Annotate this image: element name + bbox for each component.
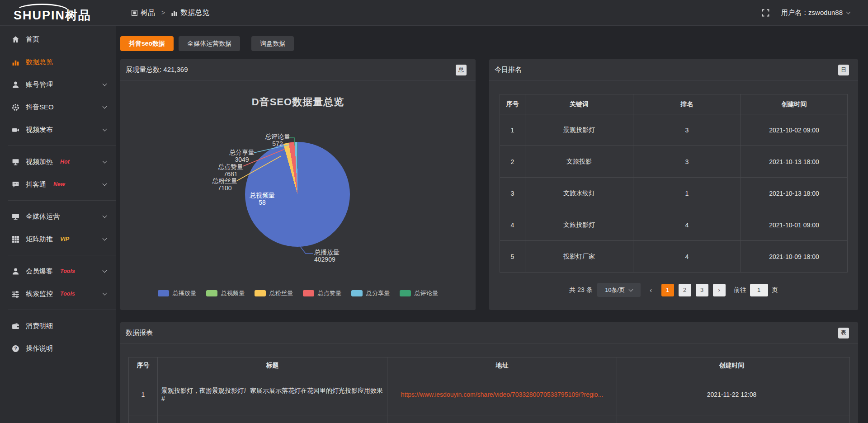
sidebar-divider bbox=[8, 255, 116, 255]
bar-chart-icon bbox=[171, 10, 177, 16]
report-title: 数据报表 bbox=[126, 329, 153, 337]
pie-label-likes: 总点赞量 7681 bbox=[208, 163, 253, 178]
screen-play-icon bbox=[12, 158, 19, 166]
video-link[interactable]: https://www.iesdouyin.com/share/video/70… bbox=[401, 391, 604, 398]
sidebar-item-help[interactable]: ? 操作说明 bbox=[0, 337, 116, 360]
legend-item-comments[interactable]: 总评论量 bbox=[400, 289, 438, 297]
breadcrumb-current[interactable]: 数据总览 bbox=[171, 8, 209, 18]
new-badge: New bbox=[53, 181, 65, 188]
bar-chart-icon bbox=[12, 58, 19, 66]
tools-badge: Tools bbox=[60, 268, 75, 274]
day-toggle-badge[interactable]: 日 bbox=[838, 65, 849, 75]
data-report-panel: 数据报表 表 序号 标题 地址 创建时间 1 景观投影灯，夜游景观投影灯厂家展示… bbox=[120, 322, 858, 423]
username-label: 用户名：zswodun88 bbox=[781, 9, 843, 17]
sidebar-item-label: 抖客通 bbox=[26, 180, 46, 189]
sidebar-item-data-overview[interactable]: 数据总览 bbox=[0, 51, 116, 73]
video-camera-icon bbox=[12, 126, 19, 134]
pie-label-videos: 总视频量 58 bbox=[240, 192, 285, 206]
today-ranking-panel: 今日排名 日 序号 关键词 排名 创建时间 1 景观投影灯 3 2021-10-… bbox=[489, 59, 858, 310]
goto-unit-label: 页 bbox=[772, 286, 778, 294]
total-toggle-badge[interactable]: 总 bbox=[456, 65, 467, 75]
page-button-2[interactable]: 2 bbox=[679, 284, 691, 296]
sidebar-item-home[interactable]: 首页 bbox=[0, 28, 116, 51]
sidebar-item-label: 视频发布 bbox=[26, 126, 53, 134]
sidebar-item-label: 消费明细 bbox=[26, 322, 53, 330]
chart-legend: 总播放量 总视频量 总粉丝量 总点赞量 总分享量 总评论量 bbox=[120, 289, 476, 297]
sidebar-item-omnimedia[interactable]: 全媒体运营 bbox=[0, 205, 116, 228]
app-logo: SHUPIN树品 bbox=[0, 2, 116, 24]
pie-label-shares: 总分享量 3049 bbox=[219, 149, 264, 163]
prev-page-button[interactable]: ‹ bbox=[645, 287, 657, 294]
user-icon bbox=[12, 81, 19, 89]
legend-item-videos[interactable]: 总视频量 bbox=[206, 289, 245, 297]
sidebar-item-label: 视频加热 bbox=[26, 158, 53, 166]
goto-page: 前往 页 bbox=[734, 284, 778, 296]
table-row: 1 景观投影灯 3 2021-10-02 09:00 bbox=[500, 114, 847, 146]
home-icon bbox=[12, 36, 19, 43]
sidebar-divider bbox=[8, 310, 116, 310]
chevron-down-icon bbox=[103, 291, 107, 296]
chevron-down-icon bbox=[103, 82, 107, 86]
legend-item-plays[interactable]: 总播放量 bbox=[158, 289, 196, 297]
pie-chart: D音SEO数据量总览 总评论量 572 总分享量 3049 bbox=[120, 81, 476, 310]
main-content: 抖音seo数据 全媒体运营数据 询盘数据 展现量总数: 421,369 总 D音… bbox=[116, 26, 868, 423]
sidebar-item-video-publish[interactable]: 视频发布 bbox=[0, 118, 116, 141]
page-button-1[interactable]: 1 bbox=[661, 284, 674, 296]
next-page-button[interactable]: › bbox=[713, 284, 726, 296]
gear-icon bbox=[12, 103, 19, 111]
pagination: 共 23 条 10条/页 ‹ 1 2 3 › 前往 页 bbox=[489, 283, 858, 297]
hot-badge: Hot bbox=[60, 159, 70, 165]
chevron-down-icon bbox=[846, 10, 851, 14]
legend-swatch bbox=[400, 290, 411, 296]
legend-item-shares[interactable]: 总分享量 bbox=[351, 289, 390, 297]
table-toggle-badge[interactable]: 表 bbox=[838, 328, 849, 338]
sidebar-item-douyin-seo[interactable]: 抖音SEO bbox=[0, 96, 116, 118]
sidebar-item-label: 数据总览 bbox=[26, 58, 53, 66]
tab-omnimedia-data[interactable]: 全媒体运营数据 bbox=[179, 36, 240, 51]
table-header-row: 序号 标题 地址 创建时间 bbox=[129, 357, 849, 374]
sidebar-item-doukettong[interactable]: 抖客通 New bbox=[0, 173, 116, 196]
sidebar-item-video-heat[interactable]: 视频加热 Hot bbox=[0, 150, 116, 173]
chat-bubble-icon bbox=[12, 181, 19, 188]
breadcrumb-root[interactable]: 树品 bbox=[132, 8, 155, 18]
legend-item-fans[interactable]: 总粉丝量 bbox=[255, 289, 293, 297]
chevron-down-icon bbox=[103, 127, 107, 132]
question-icon: ? bbox=[12, 345, 19, 352]
page-size-select[interactable]: 10条/页 bbox=[597, 283, 641, 297]
chevron-down-icon bbox=[103, 104, 107, 109]
sidebar-divider bbox=[8, 200, 116, 201]
pie-label-plays: 总播放量 402909 bbox=[314, 249, 359, 263]
sidebar-item-label: 账号管理 bbox=[26, 80, 53, 89]
pie-label-fans: 总粉丝量 7100 bbox=[202, 177, 247, 192]
chevron-down-icon bbox=[103, 236, 107, 241]
sidebar-item-label: 会员爆客 bbox=[26, 267, 53, 276]
legend-swatch bbox=[255, 290, 266, 296]
svg-text:?: ? bbox=[14, 346, 17, 351]
chart-title: D音SEO数据量总览 bbox=[120, 95, 476, 109]
fullscreen-icon[interactable] bbox=[762, 9, 769, 17]
sidebar-item-label: 全媒体运营 bbox=[26, 212, 60, 221]
tab-douyin-seo-data[interactable]: 抖音seo数据 bbox=[120, 36, 174, 51]
top-bar: SHUPIN树品 树品 > 数据总览 用户名：zswodun88 bbox=[0, 0, 868, 26]
legend-swatch bbox=[351, 290, 363, 296]
sidebar-item-spend-detail[interactable]: 消费明细 bbox=[0, 315, 116, 337]
sidebar-item-lead-monitor[interactable]: 线索监控 Tools bbox=[0, 282, 116, 305]
monitor-icon bbox=[12, 213, 19, 221]
sidebar-item-matrix-boost[interactable]: 矩阵助推 VIP bbox=[0, 228, 116, 250]
sidebar-item-account[interactable]: 账号管理 bbox=[0, 73, 116, 96]
goto-page-input[interactable] bbox=[750, 284, 768, 296]
chevron-down-icon bbox=[629, 287, 633, 291]
tab-inquiry-data[interactable]: 询盘数据 bbox=[251, 36, 294, 51]
page-button-3[interactable]: 3 bbox=[696, 284, 708, 296]
legend-item-likes[interactable]: 总点赞量 bbox=[303, 289, 341, 297]
sidebar-item-member-burst[interactable]: 会员爆客 Tools bbox=[0, 260, 116, 282]
chevron-down-icon bbox=[103, 214, 107, 218]
total-count-label: 共 23 条 bbox=[569, 286, 592, 294]
ranking-table: 序号 关键词 排名 创建时间 1 景观投影灯 3 2021-10-02 09:0… bbox=[500, 94, 848, 273]
sidebar-item-label: 矩阵助推 bbox=[26, 235, 53, 244]
user-menu[interactable]: 用户名：zswodun88 bbox=[781, 9, 850, 17]
vip-badge: VIP bbox=[60, 236, 69, 242]
logo-arc bbox=[15, 4, 69, 11]
seo-volume-panel: 展现量总数: 421,369 总 D音SEO数据量总览 总评论量 572 bbox=[120, 59, 476, 310]
panel-header: 展现量总数: 421,369 总 bbox=[120, 59, 476, 81]
